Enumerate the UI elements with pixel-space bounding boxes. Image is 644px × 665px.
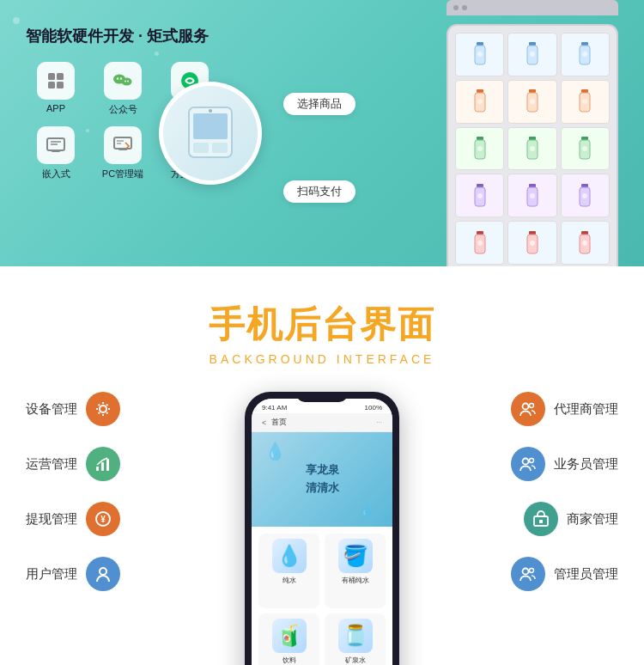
section-title-en: BACKGROUND INTERFACE [26,352,618,366]
svg-rect-55 [477,184,483,187]
svg-point-83 [530,459,534,463]
vm-body [447,24,618,266]
feature-user-label: 用户管理 [26,566,77,583]
svg-rect-31 [529,42,536,46]
user-icon [86,557,120,591]
vm-cell-3-3 [561,127,610,171]
product-card-barrel-water[interactable]: 🪣 有桶纯水 [325,534,386,608]
svg-point-81 [530,404,534,408]
svg-rect-76 [106,459,109,471]
admin-icon [511,557,545,591]
svg-rect-46 [477,137,483,140]
svg-point-73 [100,406,106,412]
svg-point-42 [530,99,535,104]
svg-point-30 [477,52,483,57]
svg-rect-24 [193,113,228,139]
vm-cell-3-1 [455,127,504,171]
feature-salesman-label: 业务员管理 [554,456,618,473]
hero-text: 享龙泉清清水 [306,461,339,497]
features-right: 代理商管理 业务员管理 [447,392,618,591]
feature-user-management: 用户管理 [26,557,197,591]
svg-point-39 [477,99,483,104]
pc-label: PC管理端 [102,168,143,180]
phone-time: 9:41 AM [262,404,287,412]
embedded-label: 嵌入式 [42,168,70,180]
svg-point-45 [582,99,587,104]
phone-battery: 100% [365,404,382,412]
svg-rect-0 [48,73,55,80]
product-card-pure-water[interactable]: 💧 纯水 [258,534,319,608]
svg-rect-64 [477,231,483,235]
svg-point-63 [582,193,587,198]
svg-rect-40 [529,89,536,93]
feature-withdraw-label: 提现管理 [26,511,77,528]
svg-rect-75 [101,462,104,471]
svg-rect-74 [96,467,99,471]
icon-app: APP [26,62,86,116]
vm-cell-1-2 [507,33,556,76]
app-icon-box [37,62,75,100]
svg-point-72 [582,241,587,246]
feature-device-label: 设备管理 [26,401,77,418]
pc-icon-box [104,126,142,164]
mineral-label: 矿泉水 [345,656,366,665]
svg-point-27 [209,109,212,113]
svg-rect-67 [529,231,536,235]
phone-nav-title: 首页 [271,417,287,428]
embedded-icon-box [37,126,75,164]
section-title-zh: 手机后台界面 [26,301,618,349]
phone-notch [296,392,348,402]
icon-embedded: 嵌入式 [26,126,86,180]
svg-point-69 [530,241,535,246]
features-left: 设备管理 运营管理 [26,392,197,591]
hero-overlay: 享龙泉清清水 [306,461,339,497]
svg-rect-61 [581,184,588,187]
vm-cell-2-2 [507,80,556,124]
drop-deco-1: 💧 [264,441,286,461]
svg-point-87 [530,569,534,573]
svg-rect-18 [118,149,127,150]
phone-center: 9:41 AM 100% < 首页 ··· 享龙泉清清水 [236,392,408,665]
device-icon [86,392,120,426]
feature-merchant-management: 商家管理 [524,502,618,536]
phone-screen: 9:41 AM 100% < 首页 ··· 享龙泉清清水 [252,399,392,665]
withdraw-icon: ¥ [86,502,120,536]
phone-back-btn[interactable]: < [262,418,266,427]
svg-rect-2 [48,82,55,88]
svg-point-9 [127,81,129,82]
svg-point-7 [122,78,132,86]
svg-rect-37 [477,89,483,93]
feature-withdraw-management: 提现管理 ¥ [26,502,197,536]
svg-point-79 [100,568,106,575]
svg-point-8 [125,81,126,82]
small-phone-mockup [159,82,262,185]
svg-point-86 [523,569,529,575]
product-card-drink[interactable]: 🧃 饮料 [258,613,319,666]
vm-cell-3-2 [507,127,556,171]
svg-point-48 [477,146,483,151]
svg-rect-28 [477,42,483,46]
ops-icon [86,447,120,481]
svg-point-80 [523,404,529,410]
phone-circle-inner [163,86,258,180]
feature-admin-label: 管理员管理 [554,566,618,583]
vm-top-bar [447,0,618,15]
svg-rect-1 [57,73,64,80]
feature-admin-management: 管理员管理 [511,557,618,591]
feature-merchant-label: 商家管理 [567,511,618,528]
barrel-water-label: 有桶纯水 [342,576,369,585]
vm-cell-4-2 [507,174,556,217]
vm-dot-2 [462,5,467,10]
svg-text:¥: ¥ [100,515,106,524]
mineral-icon: 🫙 [338,619,373,653]
phone-mockup: 9:41 AM 100% < 首页 ··· 享龙泉清清水 [245,392,399,665]
vm-cell-1-1 [455,33,504,76]
svg-rect-49 [529,137,536,140]
feature-agent-label: 代理商管理 [554,401,618,418]
svg-point-82 [523,459,529,465]
phone-menu-dots[interactable]: ··· [376,418,382,426]
product-card-mineral[interactable]: 🫙 矿泉水 [325,613,386,666]
scan-payment-label: 扫码支付 [283,180,355,203]
svg-point-54 [582,146,587,151]
drop-deco-2: 💧 [358,502,375,518]
